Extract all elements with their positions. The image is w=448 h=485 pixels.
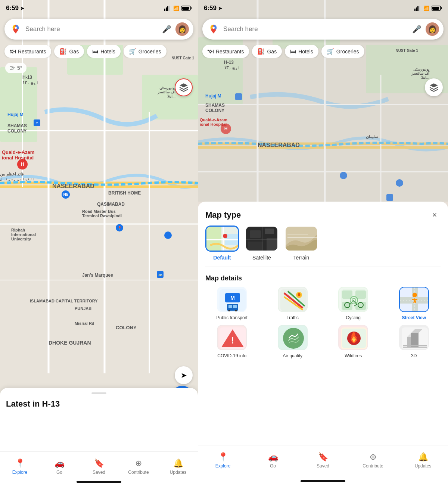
detail-transport[interactable]: M Public transport — [204, 287, 260, 320]
detail-wildfires[interactable]: Wildfires — [325, 325, 382, 358]
right-mic-button[interactable]: 🎤 — [411, 23, 423, 35]
right-map-section: H H-13ايچ ۔۱۳ Hujaj M SHAMASCOLONY Quaid… — [198, 0, 448, 202]
nav-updates[interactable]: 🔔 Updates — [158, 458, 198, 475]
svg-text:📍: 📍 — [118, 226, 122, 230]
right-panel: H H-13ايچ ۔۱۳ Hujaj M SHAMASCOLONY Quaid… — [198, 0, 448, 485]
left-bottom-sheet: Latest in H-13 📍 Explore 🚗 Go 🔖 Saved ⊕ … — [0, 388, 198, 485]
traffic-thumb — [278, 287, 308, 312]
transport-label: Public transport — [217, 315, 248, 320]
panel-header: Map type × — [198, 202, 448, 226]
right-search-text: Search here — [223, 25, 411, 33]
3d-thumb — [399, 325, 429, 350]
compass-button[interactable]: ➤ — [175, 366, 193, 384]
left-avatar[interactable]: 👩 — [175, 22, 189, 36]
svg-rect-25 — [169, 6, 170, 11]
left-search-bar[interactable]: Search here 🎤 👩 — [4, 19, 193, 40]
nav-contribute-label: Contribute — [128, 470, 149, 475]
right-nav-go-label: Go — [270, 463, 276, 469]
detail-cycling[interactable]: Cycling — [325, 287, 382, 320]
right-nav-explore[interactable]: 📍 Explore — [198, 452, 248, 469]
wifi-icon: 📶 — [173, 6, 179, 11]
left-time: 6:59 ➤ — [6, 4, 24, 12]
layers-icon — [179, 83, 189, 92]
svg-rect-28 — [182, 7, 189, 10]
svg-point-54 — [212, 27, 215, 29]
right-time: 6:59 ➤ — [204, 4, 222, 12]
filter-restaurants-label: Restaurants — [18, 49, 46, 55]
right-layers-button[interactable] — [425, 78, 443, 96]
saved-icon: 🔖 — [94, 458, 104, 468]
panel-title: Map type — [205, 210, 241, 220]
detail-traffic[interactable]: Traffic — [265, 287, 321, 320]
right-nav-explore-label: Explore — [215, 463, 231, 469]
nav-contribute[interactable]: ⊕ Contribute — [119, 458, 158, 475]
signal-icon — [164, 6, 171, 11]
svg-point-79 — [235, 310, 237, 312]
right-filter-hotels-label: Hotels — [298, 49, 313, 55]
right-filter-gas[interactable]: ⛽ Gas — [252, 45, 282, 58]
svg-rect-77 — [233, 305, 237, 308]
right-filter-hotels[interactable]: 🛏 Hotels — [285, 45, 318, 58]
nav-saved-label: Saved — [93, 470, 105, 475]
right-status-bar: 6:59 ➤ 📶 — [198, 0, 448, 16]
map-type-panel: Map type × — [198, 202, 448, 485]
right-filter-groceries[interactable]: 🛒 Groceries — [321, 45, 364, 58]
nav-go-label: Go — [56, 470, 62, 475]
detail-streetview[interactable]: Street View — [386, 287, 442, 320]
right-search-bar[interactable]: Search here 🎤 👩 — [202, 19, 444, 40]
right-filter-restaurants[interactable]: 🍽 Restaurants — [202, 45, 249, 58]
right-nav-saved[interactable]: 🔖 Saved — [298, 452, 348, 469]
svg-rect-22 — [164, 9, 165, 11]
layers-button[interactable] — [175, 78, 193, 96]
filter-gas[interactable]: ⛽ Gas — [54, 45, 84, 58]
restaurants-icon: 🍽 — [10, 48, 16, 55]
svg-text:!: ! — [231, 335, 234, 345]
detail-3d[interactable]: 3D — [386, 325, 442, 358]
svg-rect-27 — [191, 7, 192, 9]
close-icon: × — [432, 210, 437, 220]
map-type-default[interactable]: Default — [205, 226, 239, 261]
map-type-terrain[interactable]: Terrain — [284, 226, 318, 261]
cycling-thumb — [338, 287, 368, 312]
svg-rect-53 — [432, 7, 439, 10]
right-nav-contribute[interactable]: ⊕ Contribute — [348, 452, 398, 469]
right-signal-icon — [414, 6, 421, 11]
right-wifi-icon: 📶 — [423, 6, 429, 11]
right-explore-icon: 📍 — [218, 452, 228, 462]
left-quick-filters: 🍽 Restaurants ⛽ Gas 🛏 Hotels 🛒 Groceries — [0, 45, 198, 58]
detail-covid[interactable]: ! COVID-19 info — [204, 325, 260, 358]
nav-explore[interactable]: 📍 Explore — [0, 458, 40, 475]
svg-point-107 — [283, 328, 304, 349]
detail-airquality[interactable]: Air quality — [265, 325, 321, 358]
default-label: Default — [213, 255, 231, 261]
right-home-indicator — [198, 479, 448, 485]
transport-thumb: M — [217, 287, 247, 312]
terrain-label: Terrain — [293, 255, 309, 261]
hotels-icon: 🛏 — [92, 48, 98, 55]
traffic-label: Traffic — [286, 315, 299, 320]
filter-groceries[interactable]: 🛒 Groceries — [124, 45, 167, 58]
nav-go[interactable]: 🚗 Go — [40, 458, 79, 475]
svg-text:M: M — [35, 121, 38, 125]
right-nav-updates[interactable]: 🔔 Updates — [398, 452, 448, 469]
filter-gas-label: Gas — [69, 49, 79, 55]
map-type-row: Default Satellite — [198, 226, 448, 267]
right-nav-go[interactable]: 🚗 Go — [248, 452, 298, 469]
right-status-icons: 📶 — [414, 6, 442, 11]
filter-restaurants[interactable]: 🍽 Restaurants — [4, 45, 51, 58]
covid-label: COVID-19 info — [217, 353, 246, 358]
weather-badge: 🌫 5° — [5, 63, 27, 73]
left-status-icons: 📶 — [164, 6, 192, 11]
svg-point-60 — [223, 234, 227, 238]
left-mic-button[interactable]: 🎤 — [161, 23, 172, 35]
right-avatar[interactable]: 👩 — [426, 22, 439, 36]
close-panel-button[interactable]: × — [429, 209, 441, 221]
svg-rect-52 — [441, 7, 442, 9]
3d-label: 3D — [411, 353, 417, 358]
right-go-icon: 🚗 — [268, 452, 278, 462]
right-nav-arrow: ➤ — [218, 6, 222, 11]
nav-saved[interactable]: 🔖 Saved — [79, 458, 119, 475]
terrain-thumb — [284, 226, 318, 252]
map-type-satellite[interactable]: Satellite — [245, 226, 279, 261]
filter-hotels[interactable]: 🛏 Hotels — [87, 45, 121, 58]
